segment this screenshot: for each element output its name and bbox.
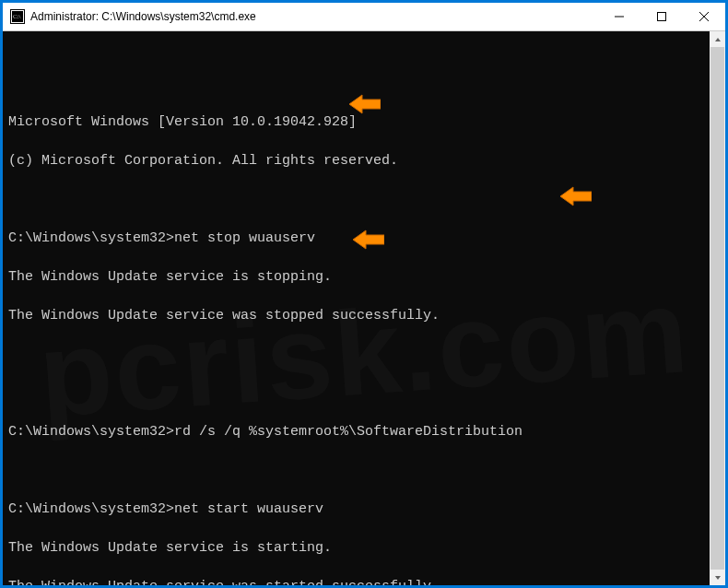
command-text: rd /s /q %systemroot%\SoftwareDistributi…: [174, 424, 523, 440]
terminal-area[interactable]: pcrisk.com Microsoft Windows [Version 10…: [3, 30, 725, 585]
svg-rect-5: [658, 13, 666, 21]
window-controls: [598, 3, 725, 30]
prompt-line: C:\Windows\system32>net stop wuauserv: [8, 229, 720, 248]
svg-marker-8: [715, 38, 721, 41]
prompt-line: C:\Windows\system32>net start wuauserv: [8, 500, 720, 519]
blank-line: [8, 461, 720, 480]
cmd-icon: C:\: [10, 9, 25, 24]
blank-line: [8, 345, 720, 364]
blank-line: [8, 190, 720, 209]
prompt-text: C:\Windows\system32>: [8, 230, 174, 246]
output-line: The Windows Update service was started s…: [8, 577, 720, 585]
prompt-text: C:\Windows\system32>: [8, 501, 174, 517]
prompt-text: C:\Windows\system32>: [8, 424, 174, 440]
output-line: The Windows Update service is stopping.: [8, 267, 720, 287]
scroll-up-button[interactable]: [710, 31, 725, 47]
scroll-track[interactable]: [710, 47, 725, 570]
output-line: Microsoft Windows [Version 10.0.19042.92…: [8, 112, 720, 132]
svg-text:C:\: C:\: [13, 13, 21, 20]
output-line: The Windows Update service was stopped s…: [8, 306, 720, 325]
maximize-button[interactable]: [640, 3, 683, 30]
scroll-down-button[interactable]: [710, 570, 725, 585]
window-title: Administrator: C:\Windows\system32\cmd.e…: [30, 10, 256, 23]
close-button[interactable]: [683, 3, 725, 30]
output-line: The Windows Update service is starting.: [8, 538, 720, 558]
command-text: net stop wuauserv: [174, 230, 315, 246]
minimize-button[interactable]: [598, 3, 640, 30]
output-line: (c) Microsoft Corporation. All rights re…: [8, 151, 720, 171]
titlebar[interactable]: C:\ Administrator: C:\Windows\system32\c…: [3, 3, 725, 30]
vertical-scrollbar[interactable]: [710, 31, 725, 585]
cmd-window: C:\ Administrator: C:\Windows\system32\c…: [3, 3, 725, 585]
svg-marker-9: [715, 576, 721, 580]
blank-line: [8, 383, 720, 403]
command-text: net start wuauserv: [174, 501, 323, 517]
terminal-content: Microsoft Windows [Version 10.0.19042.92…: [8, 93, 720, 585]
scroll-thumb[interactable]: [710, 47, 724, 570]
prompt-line: C:\Windows\system32>rd /s /q %systemroot…: [8, 422, 720, 441]
